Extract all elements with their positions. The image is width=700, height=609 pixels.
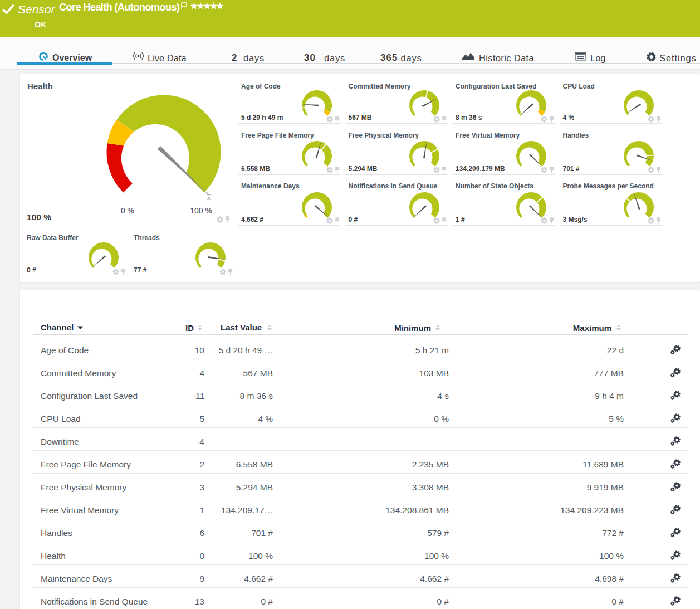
svg-text:x: x xyxy=(207,194,211,201)
